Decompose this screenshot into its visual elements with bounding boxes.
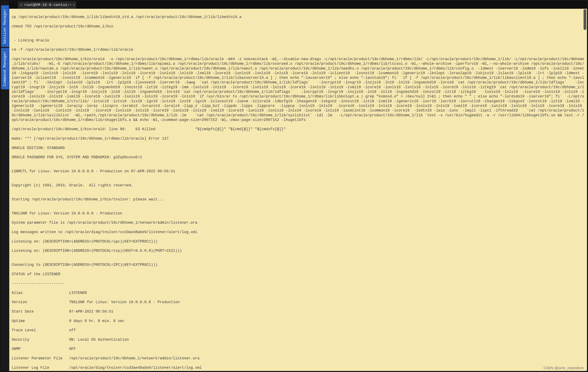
term-line: Security ON: Local OS Authentication [12,337,585,342]
watermark-text: CSDN @junle_carpediem [544,366,584,370]
term-line: System parameter file is /opt/oracle/pro… [12,220,585,225]
term-line: TNSLSNR for Linux: Version 19.0.0.0.0 - … [12,211,585,216]
term-line: rm -f /opt/oracle/product/19c/dbhome_1/r… [12,47,585,52]
term-line: Copyright (c) 1991, 2019, Oracle. All ri… [12,183,585,188]
term-line: chmod 755 /opt/oracle/product/19c/dbhome… [12,24,585,29]
command-manager-tab[interactable]: Command Manager [1,48,9,89]
term-line: cp /opt/oracle/product/19c/dbhome_1/lib/… [12,15,585,19]
term-line: make: *** [/opt/oracle/product/19c/dbhom… [12,136,585,141]
tab-bar: ✔ root@VM-16-6-centos:~ × [9,1,587,9]
side-tab-panel: Session Manager Command Manager [1,5,9,89]
term-line: Listening on: (DESCRIPTION=(ADDRESS=(PRO… [12,248,585,253]
term-line: Start Date 07-APR-2022 06:56:51 [12,309,585,314]
term-line: Listening on: (DESCRIPTION=(ADDRESS=(PRO… [12,239,585,244]
term-line: Version TNSLSNR for Linux: Version 19.0.… [12,300,585,305]
terminal-output[interactable]: cp /opt/oracle/product/19c/dbhome_1/lib/… [9,9,587,371]
term-line: ORACLE PASSWORD FOR SYS, SYSTEM AND PDBA… [12,155,585,160]
term-line: /opt/oracle/product/19c/dbhome_1/bin/ora… [12,57,585,122]
term-line: /opt/oracle/product/19c/dbhome_1/bin/ora… [12,127,585,132]
session-manager-tab[interactable]: Session Manager [1,5,9,47]
term-line: Listener Log File /opt/oracle/diag/tnsls… [12,365,585,370]
terminal-tab[interactable]: ✔ root@VM-16-6-centos:~ × [18,1,76,9]
term-line: - Linking Oracle [12,38,585,43]
term-line: Alias LISTENER [12,291,585,295]
terminal-window: Session Manager Command Manager ✔ root@V… [1,1,587,371]
check-icon: ✔ [20,3,22,7]
vertical-scrollbar[interactable] [583,9,587,370]
term-line: STATUS of the LISTENER [12,272,585,277]
close-icon[interactable]: × [73,3,75,7]
main-area: ✔ root@VM-16-6-centos:~ × cp /opt/oracle… [9,1,587,371]
term-line: Listener Parameter File /opt/oracle/prod… [12,356,585,361]
term-line: Log messages written to /opt/oracle/diag… [12,230,585,235]
term-line: Uptime 0 days 0 hr. 0 min. 0 sec [12,319,585,323]
term-line: Starting /opt/oracle/product/19c/dbhome_… [12,197,585,202]
term-line: Trace Level off [12,328,585,333]
scrollbar-thumb[interactable] [584,9,586,30]
term-line: ------------------------ [12,281,585,286]
tab-title: root@VM-16-6-centos:~ [24,3,72,7]
term-line: ORACLE EDITION: STANDARD [12,146,585,150]
term-line: SNMP OFF [12,347,585,351]
term-line: Connecting to (DESCRIPTION=(ADDRESS=(PRO… [12,263,585,267]
term-line: LSNRCTL for Linux: Version 19.0.0.0.0 - … [12,169,585,174]
